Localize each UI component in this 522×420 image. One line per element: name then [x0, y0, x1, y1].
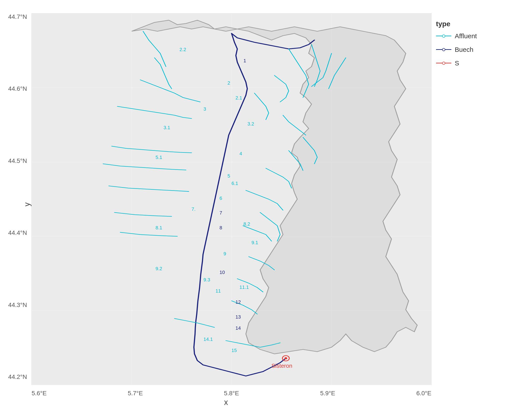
- legend-item-affluent: Affluent: [436, 32, 497, 40]
- y-axis-and-chart: y 44.7°N 44.6°N 44.5°N 44.4°N 44.3°N 44.…: [21, 13, 432, 396]
- map-svg: [32, 14, 431, 385]
- svg-point-1: [284, 357, 287, 359]
- chart-wrapper: y 44.7°N 44.6°N 44.5°N 44.4°N 44.3°N 44.…: [21, 13, 432, 407]
- legend-item-buech: Buech: [436, 46, 497, 53]
- x-axis-label: x: [21, 396, 432, 407]
- legend-line-affluent: [436, 36, 451, 36]
- legend-line-buech: [436, 49, 451, 50]
- legend-title: type: [436, 20, 497, 28]
- legend-line-s: [436, 63, 451, 63]
- grid-v-5: [431, 14, 432, 385]
- plot-area: y 44.7°N 44.6°N 44.5°N 44.4°N 44.3°N 44.…: [21, 13, 502, 407]
- legend: type Affluent Buech: [432, 13, 502, 80]
- legend-label-buech: Buech: [455, 46, 473, 53]
- map-panel: 1 2 2.1 2.2 3 3.1 3.2 4 5 5.1 6 6.1 7 7.: [31, 13, 432, 385]
- main-container: y 44.7°N 44.6°N 44.5°N 44.4°N 44.3°N 44.…: [0, 0, 522, 420]
- y-axis-label: y: [21, 13, 31, 396]
- legend-label-s: S: [455, 60, 459, 67]
- legend-label-affluent: Affluent: [455, 32, 477, 40]
- legend-item-s: S: [436, 60, 497, 67]
